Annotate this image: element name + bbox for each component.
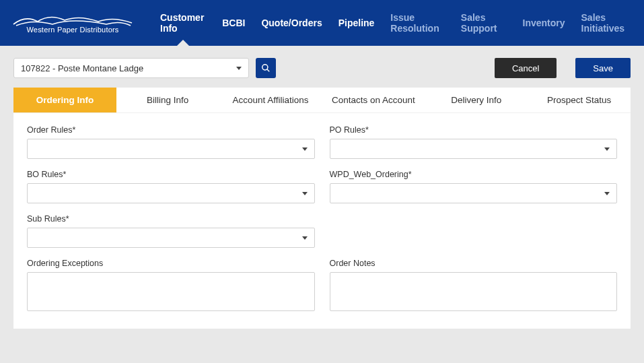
chevron-down-icon	[604, 147, 610, 151]
field-wpd-web-ordering: WPD_Web_Ordering*	[330, 170, 618, 203]
label-po-rules: PO Rules*	[330, 125, 618, 135]
chevron-down-icon	[302, 236, 308, 240]
label-wpd-web-ordering: WPD_Web_Ordering*	[330, 170, 618, 179]
field-bo-rules: BO Rules*	[27, 170, 315, 203]
search-button[interactable]	[256, 58, 276, 78]
customer-select-value: 107822 - Poste Montane Ladge	[21, 63, 143, 73]
nav-sales-support[interactable]: Sales Support	[461, 0, 507, 46]
tab-delivery-info[interactable]: Delivery Info	[425, 88, 528, 112]
nav-issue-resolution[interactable]: Issue Resolution	[390, 0, 445, 46]
select-order-rules[interactable]	[27, 139, 315, 159]
tab-billing-info[interactable]: Billing Info	[116, 88, 219, 112]
svg-line-1	[267, 69, 270, 72]
brand-logo: Western Paper Distributors	[12, 12, 133, 34]
chevron-down-icon	[302, 192, 308, 195]
select-bo-rules[interactable]	[27, 183, 315, 203]
chevron-down-icon	[236, 67, 242, 70]
ordering-info-form: Order Rules* PO Rules* BO Rules* WPD_Web…	[13, 113, 631, 329]
customer-select[interactable]: 107822 - Poste Montane Ladge	[13, 58, 249, 78]
field-po-rules: PO Rules*	[330, 125, 618, 159]
select-sub-rules[interactable]	[27, 228, 315, 248]
brand-name: Western Paper Distributors	[26, 26, 118, 34]
search-icon	[261, 63, 271, 73]
label-ordering-exceptions: Ordering Exceptions	[27, 259, 315, 268]
label-order-notes: Order Notes	[330, 259, 618, 268]
cancel-button[interactable]: Cancel	[495, 58, 557, 78]
field-sub-rules: Sub Rules*	[27, 214, 315, 248]
textarea-order-notes[interactable]	[330, 272, 618, 311]
nav-inventory[interactable]: Inventory	[523, 0, 565, 46]
nav-customer-info[interactable]: Customer Info	[160, 0, 206, 46]
field-order-rules: Order Rules*	[27, 125, 315, 159]
app-header: Western Paper Distributors Customer Info…	[0, 0, 644, 46]
chevron-down-icon	[604, 192, 610, 195]
nav-quote-orders[interactable]: Quote/Orders	[261, 0, 322, 46]
label-sub-rules: Sub Rules*	[27, 214, 315, 224]
field-order-notes: Order Notes	[330, 259, 618, 311]
save-button[interactable]: Save	[575, 58, 631, 78]
main-panel: Ordering Info Billing Info Account Affil…	[13, 88, 631, 329]
svg-point-0	[262, 65, 268, 70]
tab-account-affiliations[interactable]: Account Affiliations	[219, 88, 322, 112]
select-po-rules[interactable]	[330, 139, 618, 159]
tab-ordering-info[interactable]: Ordering Info	[13, 88, 116, 112]
tab-contacts-on-account[interactable]: Contacts on Account	[322, 88, 425, 112]
textarea-ordering-exceptions[interactable]	[27, 272, 315, 311]
nav-pipeline[interactable]: Pipeline	[338, 0, 375, 46]
label-order-rules: Order Rules*	[27, 125, 315, 135]
mountain-icon	[12, 12, 133, 27]
toolbar: 107822 - Poste Montane Ladge Cancel Save	[0, 46, 644, 88]
nav-sales-initiatives[interactable]: Sales Initiatives	[581, 0, 632, 46]
sub-tabs: Ordering Info Billing Info Account Affil…	[13, 88, 631, 113]
label-bo-rules: BO Rules*	[27, 170, 315, 179]
tab-prospect-status[interactable]: Prospect Status	[528, 88, 631, 112]
select-wpd-web-ordering[interactable]	[330, 183, 618, 203]
nav-bcbi[interactable]: BCBI	[222, 0, 245, 46]
field-ordering-exceptions: Ordering Exceptions	[27, 259, 315, 311]
main-nav: Customer Info BCBI Quote/Orders Pipeline…	[160, 0, 632, 46]
chevron-down-icon	[302, 147, 308, 151]
